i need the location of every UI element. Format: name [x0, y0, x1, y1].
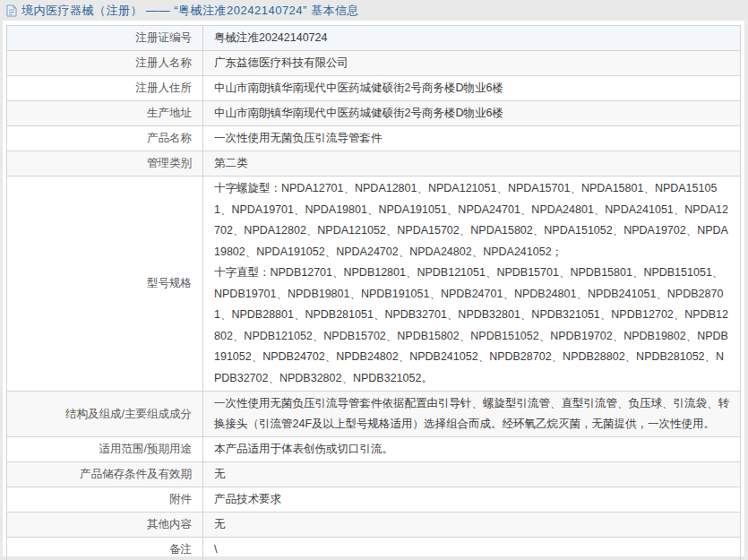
row-value: 无	[203, 462, 741, 487]
row-value: 广东益德医疗科技有限公司	[203, 51, 741, 76]
row-label: 注册人住所	[7, 76, 203, 101]
row-intended-use: 适用范围/预期用途 本产品适用于体表创伤或切口引流。	[7, 437, 741, 462]
row-remarks: 备注 \	[7, 538, 741, 560]
row-registration-number: 注册证编号 粤械注准20242140724	[7, 26, 741, 51]
row-attachment: 附件 产品技术要求	[7, 487, 741, 513]
spec-straight-type: 十字直型：NPDB12701、NPDB12801、NPDB121051、NPDB…	[214, 263, 731, 389]
row-management-category: 管理类别 第二类	[7, 151, 741, 177]
row-value: 粤械注准20242140724	[203, 26, 741, 51]
row-label: 适用范围/预期用途	[7, 437, 203, 462]
page-header: 境内医疗器械（注册） —— “粤械注准20242140724” 基本信息	[0, 0, 748, 21]
row-label: 型号规格	[7, 177, 203, 392]
row-value: 无	[203, 513, 741, 538]
row-value: 一次性使用无菌负压引流导管套件依据配置由引导针、螺旋型引流管、直型引流管、负压球…	[203, 392, 741, 437]
row-label: 注册证编号	[7, 26, 203, 51]
document-icon	[6, 4, 17, 17]
row-value: 十字螺旋型：NPDA12701、NPDA12801、NPDA121051、NPD…	[203, 177, 741, 392]
row-value: 本产品适用于体表创伤或切口引流。	[203, 437, 741, 462]
row-product-name: 产品名称 一次性使用无菌负压引流导管套件	[7, 126, 741, 151]
page-title: 境内医疗器械（注册） —— “粤械注准20242140724” 基本信息	[21, 3, 359, 19]
row-value: 第二类	[203, 151, 741, 177]
row-label: 附件	[7, 487, 203, 513]
row-label: 生产地址	[7, 101, 203, 126]
row-model-specifications: 型号规格 十字螺旋型：NPDA12701、NPDA12801、NPDA12105…	[7, 177, 741, 392]
row-value: 中山市南朗镇华南现代中医药城健硕街2号商务楼D物业6楼	[203, 76, 741, 101]
row-label: 其他内容	[7, 513, 203, 538]
row-value: \	[203, 538, 741, 560]
row-value: 产品技术要求	[203, 487, 741, 513]
row-value: 一次性使用无菌负压引流导管套件	[203, 126, 741, 151]
row-label: 产品名称	[7, 126, 203, 151]
row-label: 结构及组成/主要组成成分	[7, 392, 203, 437]
row-production-address: 生产地址 中山市南朗镇华南现代中医药城健硕街2号商务楼D物业6楼	[7, 101, 741, 126]
row-value: 中山市南朗镇华南现代中医药城健硕街2号商务楼D物业6楼	[203, 101, 741, 126]
spec-spiral-type: 十字螺旋型：NPDA12701、NPDA12801、NPDA121051、NPD…	[214, 178, 731, 263]
row-registrant-address: 注册人住所 中山市南朗镇华南现代中医药城健硕街2号商务楼D物业6楼	[7, 76, 741, 101]
row-label: 产品储存条件及有效期	[7, 462, 203, 487]
row-other-content: 其他内容 无	[7, 513, 741, 538]
row-structure-composition: 结构及组成/主要组成成分 一次性使用无菌负压引流导管套件依据配置由引导针、螺旋型…	[7, 392, 741, 437]
row-label: 备注	[7, 538, 203, 560]
registration-info-table: 注册证编号 粤械注准20242140724 注册人名称 广东益德医疗科技有限公司…	[6, 25, 741, 560]
row-label: 注册人名称	[7, 51, 203, 76]
content-panel: 注册证编号 粤械注准20242140724 注册人名称 广东益德医疗科技有限公司…	[3, 21, 744, 556]
row-registrant-name: 注册人名称 广东益德医疗科技有限公司	[7, 51, 741, 76]
row-storage-conditions: 产品储存条件及有效期 无	[7, 462, 741, 487]
row-label: 管理类别	[7, 151, 203, 177]
